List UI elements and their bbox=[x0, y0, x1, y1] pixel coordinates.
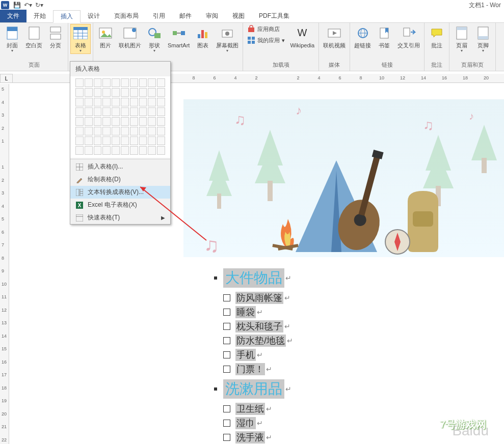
wikipedia-button[interactable]: WWikipedia bbox=[288, 24, 316, 49]
grid-cell[interactable] bbox=[157, 146, 165, 155]
grid-cell[interactable] bbox=[102, 146, 111, 155]
comment-button[interactable]: 批注 bbox=[427, 24, 447, 49]
heading-2[interactable]: 洗漱用品↵ bbox=[214, 379, 489, 399]
grid-cell[interactable] bbox=[75, 136, 84, 145]
tab-review[interactable]: 审阅 bbox=[199, 10, 225, 22]
grid-cell[interactable] bbox=[157, 107, 165, 116]
checklist-item[interactable]: 防风雨帐篷↵ bbox=[223, 292, 489, 304]
grid-cell[interactable] bbox=[139, 107, 147, 116]
checklist-item[interactable]: 卫生纸↵ bbox=[223, 403, 489, 415]
grid-cell[interactable] bbox=[75, 146, 84, 155]
online-pictures-button[interactable]: 联机图片 bbox=[117, 24, 143, 49]
store-button[interactable]: 应用商店 bbox=[245, 24, 282, 34]
tab-insert[interactable]: 插入 bbox=[53, 10, 81, 23]
grid-cell[interactable] bbox=[148, 136, 156, 145]
grid-cell[interactable] bbox=[148, 117, 156, 126]
grid-cell[interactable] bbox=[130, 107, 138, 116]
grid-cell[interactable] bbox=[139, 117, 147, 126]
page-break-button[interactable]: 分页 bbox=[45, 24, 66, 49]
tab-file[interactable]: 文件 bbox=[0, 10, 26, 22]
tab-design[interactable]: 设计 bbox=[81, 10, 107, 22]
myapps-button[interactable]: 我的应用 ▾ bbox=[245, 35, 287, 45]
grid-cell[interactable] bbox=[148, 146, 156, 155]
grid-cell[interactable] bbox=[75, 127, 84, 135]
draw-table-item[interactable]: 绘制表格(D) bbox=[70, 173, 170, 186]
grid-cell[interactable] bbox=[112, 98, 120, 106]
undo-button[interactable]: ↶▾ bbox=[22, 1, 34, 10]
grid-cell[interactable] bbox=[102, 78, 111, 87]
grid-cell[interactable] bbox=[130, 88, 138, 97]
checklist-item[interactable]: 睡袋↵ bbox=[223, 306, 489, 318]
tab-pdf[interactable]: PDF工具集 bbox=[252, 10, 297, 22]
cross-reference-button[interactable]: 交叉引用 bbox=[395, 24, 422, 49]
grid-cell[interactable] bbox=[102, 88, 111, 97]
grid-cell[interactable] bbox=[157, 127, 165, 135]
grid-cell[interactable] bbox=[94, 146, 102, 155]
blank-page-button[interactable]: 空白页 bbox=[23, 24, 44, 49]
quick-tables-item[interactable]: 快速表格(T)▶ bbox=[70, 211, 170, 224]
grid-cell[interactable] bbox=[75, 98, 84, 106]
grid-cell[interactable] bbox=[94, 136, 102, 145]
grid-cell[interactable] bbox=[139, 136, 147, 145]
grid-cell[interactable] bbox=[157, 136, 165, 145]
grid-cell[interactable] bbox=[121, 146, 129, 155]
grid-cell[interactable] bbox=[148, 88, 156, 97]
grid-cell[interactable] bbox=[94, 88, 102, 97]
tab-layout[interactable]: 页面布局 bbox=[107, 10, 146, 22]
grid-cell[interactable] bbox=[148, 78, 156, 87]
grid-cell[interactable] bbox=[112, 107, 120, 116]
checklist-item[interactable]: 洗手液↵ bbox=[223, 431, 489, 443]
insert-table-item[interactable]: 插入表格(I)... bbox=[70, 160, 170, 173]
footer-button[interactable]: 页脚▾ bbox=[473, 24, 493, 54]
grid-cell[interactable] bbox=[157, 117, 165, 126]
grid-cell[interactable] bbox=[139, 127, 147, 135]
grid-cell[interactable] bbox=[85, 78, 93, 87]
grid-cell[interactable] bbox=[102, 117, 111, 126]
grid-cell[interactable] bbox=[139, 88, 147, 97]
document-content[interactable]: 大件物品↵ 防风雨帐篷↵睡袋↵枕头和毯子↵防水垫/地毯↵手机↵门票！↵ 洗漱用品… bbox=[183, 259, 504, 444]
checklist-item[interactable]: 手机↵ bbox=[223, 349, 489, 361]
grid-cell[interactable] bbox=[75, 88, 84, 97]
checklist-item[interactable]: 防水垫/地毯↵ bbox=[223, 335, 489, 347]
grid-cell[interactable] bbox=[121, 127, 129, 135]
grid-cell[interactable] bbox=[75, 78, 84, 87]
grid-cell[interactable] bbox=[75, 117, 84, 126]
grid-cell[interactable] bbox=[94, 107, 102, 116]
tab-home[interactable]: 开始 bbox=[26, 10, 53, 22]
grid-cell[interactable] bbox=[85, 146, 93, 155]
page[interactable]: ♫ ♪ ♫ ♪ ♫ bbox=[183, 99, 504, 444]
grid-cell[interactable] bbox=[148, 127, 156, 135]
save-button[interactable]: 💾 bbox=[11, 1, 22, 10]
bookmark-button[interactable]: 书签 bbox=[374, 24, 394, 49]
grid-cell[interactable] bbox=[94, 127, 102, 135]
screenshot-button[interactable]: 屏幕截图▾ bbox=[214, 24, 241, 54]
grid-cell[interactable] bbox=[157, 78, 165, 87]
grid-cell[interactable] bbox=[139, 78, 147, 87]
grid-cell[interactable] bbox=[157, 98, 165, 106]
convert-text-item[interactable]: 文本转换成表格(V)... bbox=[70, 186, 170, 199]
grid-cell[interactable] bbox=[94, 117, 102, 126]
tab-mailings[interactable]: 邮件 bbox=[172, 10, 199, 22]
ruler-corner[interactable]: L bbox=[0, 74, 13, 83]
grid-cell[interactable] bbox=[112, 127, 120, 135]
grid-cell[interactable] bbox=[130, 136, 138, 145]
grid-cell[interactable] bbox=[139, 98, 147, 106]
grid-cell[interactable] bbox=[112, 117, 120, 126]
grid-cell[interactable] bbox=[130, 78, 138, 87]
smartart-button[interactable]: SmartArt bbox=[166, 24, 192, 49]
grid-cell[interactable] bbox=[121, 98, 129, 106]
table-button[interactable]: 表格▾ bbox=[70, 24, 91, 54]
vertical-ruler[interactable]: 5432112345678910111213141516171819202122 bbox=[0, 84, 9, 444]
grid-cell[interactable] bbox=[121, 107, 129, 116]
pictures-button[interactable]: 图片 bbox=[95, 24, 116, 49]
redo-button[interactable]: ↻▾ bbox=[34, 1, 45, 10]
grid-cell[interactable] bbox=[102, 136, 111, 145]
grid-cell[interactable] bbox=[139, 146, 147, 155]
grid-cell[interactable] bbox=[94, 98, 102, 106]
grid-cell[interactable] bbox=[112, 136, 120, 145]
excel-table-item[interactable]: XExcel 电子表格(X) bbox=[70, 199, 170, 211]
grid-cell[interactable] bbox=[85, 107, 93, 116]
table-grid-selector[interactable]: document.write(Array.from({length:8},()=… bbox=[70, 76, 170, 158]
cover-page-button[interactable]: 封面▾ bbox=[2, 24, 22, 54]
heading-1[interactable]: 大件物品↵ bbox=[214, 268, 489, 288]
